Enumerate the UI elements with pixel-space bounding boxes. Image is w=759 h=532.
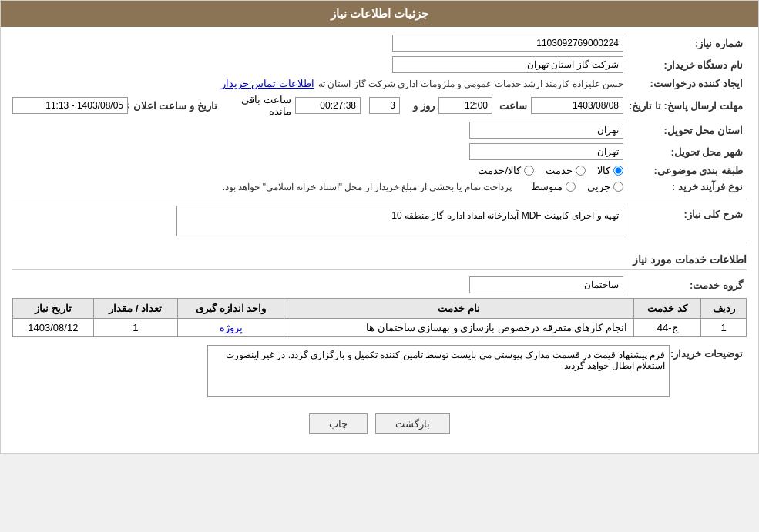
buyer-org-label: نام دستگاه خریدار: <box>623 59 747 71</box>
page-title: جزئیات اطلاعات نیاز <box>331 7 428 20</box>
page-container: جزئیات اطلاعات نیاز شماره نیاز: نام دستگ… <box>0 0 759 454</box>
table-row: 1 ج-44 انجام کارهای متفرقه درخصوص بازساز… <box>13 319 747 337</box>
purchase-type-label: نوع فرآیند خرید : <box>623 181 747 192</box>
separator1 <box>12 199 747 199</box>
category-khedmat-radio[interactable] <box>576 166 586 176</box>
deadline-time-label-txt: ساعت <box>492 100 531 112</box>
requester-name: حسن علیزاده کارمند ارشد خدمات عمومی و مل… <box>318 79 623 89</box>
deadline-time-input[interactable] <box>438 97 492 114</box>
province-row: استان محل تحویل: <box>12 122 747 139</box>
requester-contact-link[interactable]: اطلاعات تماس خریدار <box>221 78 314 89</box>
deadline-remaining-input[interactable] <box>295 97 361 114</box>
purchase-jozii-label: جزیی <box>587 181 610 192</box>
purchase-motavasset-label: متوسط <box>531 181 563 192</box>
purchase-type-note: پرداخت تمام یا بخشی از مبلغ خریدار از مح… <box>223 182 512 192</box>
purchase-motavasset-item: متوسط <box>531 181 576 192</box>
cell-unit: پروژه <box>178 319 284 337</box>
col-code: کد خدمت <box>633 299 700 319</box>
deadline-days-input[interactable] <box>369 97 400 114</box>
requester-label: ایجاد کننده درخواست: <box>623 78 747 89</box>
purchase-motavasset-radio[interactable] <box>566 182 576 192</box>
purchase-jozii-item: جزیی <box>587 181 623 192</box>
buyer-notes-textarea[interactable] <box>207 345 670 397</box>
category-khedmat-label: خدمت <box>546 165 573 176</box>
request-number-input[interactable] <box>392 35 623 52</box>
request-number-row: شماره نیاز: <box>12 35 747 52</box>
announce-date-input[interactable] <box>12 97 128 114</box>
cell-code: ج-44 <box>633 319 700 337</box>
purchase-type-row: نوع فرآیند خرید : جزیی متوسط پرداخت تمام… <box>12 181 747 192</box>
back-button[interactable]: بازگشت <box>375 413 450 434</box>
request-number-label: شماره نیاز: <box>623 38 747 49</box>
category-both-item: کالا/خدمت <box>478 165 534 176</box>
requester-row: ایجاد کننده درخواست: حسن علیزاده کارمند … <box>12 78 747 89</box>
cell-name: انجام کارهای متفرقه درخصوص بازسازی و بهس… <box>284 319 634 337</box>
cell-date: 1403/08/12 <box>13 319 94 337</box>
category-khedmat-item: خدمت <box>546 165 586 176</box>
category-kala-label: کالا <box>597 165 610 176</box>
col-unit: واحد اندازه گیری <box>178 299 284 319</box>
description-row: شرح کلی نیاز: <box>12 206 747 236</box>
button-row: بازگشت چاپ <box>12 402 747 446</box>
purchase-type-radio-group: جزیی متوسط پرداخت تمام یا بخشی از مبلغ خ… <box>223 181 623 192</box>
deadline-date-input[interactable] <box>531 97 623 114</box>
category-both-label: کالا/خدمت <box>478 165 521 176</box>
city-input[interactable] <box>469 143 623 160</box>
page-header: جزئیات اطلاعات نیاز <box>1 1 758 27</box>
announce-date-label-txt: تاریخ و ساعت اعلان عمومی: <box>128 100 221 112</box>
content-area: شماره نیاز: نام دستگاه خریدار: ایجاد کنن… <box>1 27 758 453</box>
description-label: شرح کلی نیاز: <box>623 206 747 220</box>
deadline-remaining-label: ساعت باقی مانده <box>237 94 291 117</box>
service-group-input[interactable] <box>469 276 623 293</box>
cell-row-num: 1 <box>701 319 747 337</box>
province-input[interactable] <box>469 122 623 139</box>
description-textarea[interactable] <box>176 206 623 236</box>
category-label: طبقه بندی موضوعی: <box>623 165 747 176</box>
purchase-jozii-radio[interactable] <box>613 182 623 192</box>
deadline-days-label-txt: روز و <box>400 100 438 112</box>
buyer-org-row: نام دستگاه خریدار: <box>12 56 747 73</box>
col-name: نام خدمت <box>284 299 634 319</box>
service-group-row: گروه خدمت: <box>12 276 747 293</box>
date-row: مهلت ارسال پاسخ: تا تاریخ: ساعت روز و سا… <box>12 94 747 117</box>
service-group-label: گروه خدمت: <box>623 279 747 291</box>
col-row-num: ردیف <box>701 299 747 319</box>
services-table: ردیف کد خدمت نام خدمت واحد اندازه گیری ت… <box>12 298 747 337</box>
cell-quantity: 1 <box>93 319 177 337</box>
deadline-label: مهلت ارسال پاسخ: تا تاریخ: <box>623 100 747 112</box>
category-radio-group: کالا خدمت کالا/خدمت <box>478 165 623 176</box>
service-info-title: اطلاعات خدمات مورد نیاز <box>12 249 747 270</box>
print-button[interactable]: چاپ <box>309 413 368 434</box>
col-date: تاریخ نیاز <box>13 299 94 319</box>
category-kala-radio[interactable] <box>613 166 623 176</box>
buyer-notes-row: توضیحات خریدار: <box>12 345 747 397</box>
city-row: شهر محل تحویل: <box>12 143 747 160</box>
category-row: طبقه بندی موضوعی: کالا خدمت کالا/خدمت <box>12 165 747 176</box>
category-kala-item: کالا <box>597 165 623 176</box>
separator2 <box>12 243 747 243</box>
province-label: استان محل تحویل: <box>623 125 747 136</box>
col-quantity: تعداد / مقدار <box>93 299 177 319</box>
buyer-org-input[interactable] <box>392 56 623 73</box>
buyer-notes-label: توضیحات خریدار: <box>670 345 747 360</box>
table-header-row: ردیف کد خدمت نام خدمت واحد اندازه گیری ت… <box>13 299 747 319</box>
city-label: شهر محل تحویل: <box>623 146 747 158</box>
category-both-radio[interactable] <box>524 166 534 176</box>
